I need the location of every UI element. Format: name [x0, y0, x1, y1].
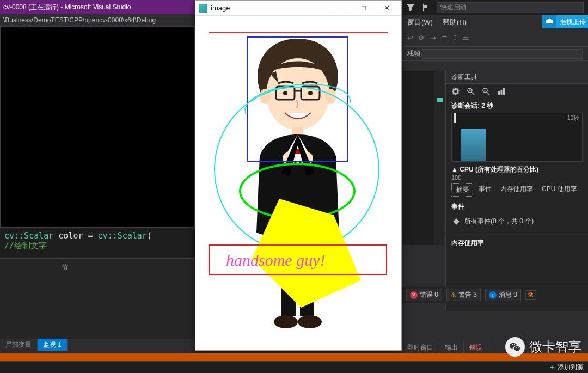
svg-line-5 [487, 92, 489, 95]
filter-icon[interactable] [406, 3, 415, 12]
close-button[interactable]: ✕ [375, 1, 398, 16]
svg-rect-7 [498, 91, 500, 95]
code-token: cv::Scalar [98, 231, 147, 241]
minimize-button[interactable]: — [329, 1, 352, 16]
orange-status-strip [0, 353, 588, 361]
add-to-source[interactable]: 添加到源 [558, 363, 584, 372]
toolbar-icon[interactable]: ≣ [442, 34, 448, 42]
flag-icon[interactable] [421, 3, 430, 12]
error-summary-bar: ✕错误 0 ⚠警告 3 i消息 0 🛠 [402, 286, 588, 303]
warnings-chip[interactable]: ⚠警告 3 [446, 289, 481, 301]
toolbar-icon[interactable]: ⤴ [453, 34, 457, 42]
toolbar-icon[interactable]: ⇢ [430, 34, 436, 42]
memory-header: 内存使用率 [446, 233, 588, 250]
overlay-text: handsome guy! [226, 251, 325, 270]
tab-watch1[interactable]: 监视 1 [38, 339, 68, 351]
watermark-text: 微卡智享 [529, 338, 581, 356]
messages-count: 消息 0 [499, 290, 517, 299]
watch-col-value: 值 [62, 263, 116, 272]
timeline-marker [454, 113, 456, 123]
diagnostics-toolbar [446, 84, 588, 99]
error-icon: ✕ [410, 291, 418, 299]
info-icon: i [489, 291, 497, 299]
timeline-10s-label: 10秒 [567, 114, 579, 122]
tab-output[interactable]: 输出 [439, 341, 464, 353]
svg-line-1 [471, 92, 474, 95]
diamond-icon [452, 218, 460, 225]
opencv-image-window: image — □ ✕ [195, 0, 402, 351]
vs-status-bar: ＋ 添加到源 [0, 361, 588, 373]
warnings-count: 警告 3 [458, 290, 477, 299]
tab-locals[interactable]: 局部变量 [0, 339, 38, 351]
image-window-title: image [211, 4, 230, 12]
watch-panel: 值 局部变量 监视 1 [0, 258, 195, 351]
menu-help[interactable]: 帮助(H) [443, 17, 467, 27]
events-all-row[interactable]: 所有事件(0 个，共 0 个) [446, 215, 588, 228]
stack-frame-combo[interactable] [422, 49, 583, 59]
diag-tab-summary[interactable]: 摘要 [451, 183, 474, 197]
top-toolbar: 快速启动 [402, 0, 588, 15]
code-editor-viewport[interactable] [0, 26, 195, 228]
diagnostics-tabs: 摘要 事件 内存使用率 CPU 使用率 [451, 183, 583, 197]
toolbar-icon[interactable]: ▭ [462, 34, 469, 42]
zoom-in-icon[interactable] [467, 87, 475, 96]
tab-immediate[interactable]: 即时窗口 [402, 341, 439, 353]
diagnostics-session: 诊断会话: 2 秒 [446, 99, 588, 113]
diagnostics-panel: 诊断工具 诊断会话: 2 秒 10秒 ▲ CPU (所有处理器的百分比) 100… [445, 71, 588, 311]
gear-icon[interactable] [451, 87, 460, 96]
chart-icon[interactable] [497, 87, 506, 96]
build-filter-button[interactable]: 🛠 [525, 290, 536, 300]
tab-errorlist[interactable]: 错误 [464, 341, 488, 353]
messages-chip[interactable]: i消息 0 [485, 289, 521, 301]
vs-title-text: cv-0008 (正在运行) - Microsoft Visual Studio [3, 3, 131, 12]
diag-tab-memory[interactable]: 内存使用率 [496, 183, 537, 197]
wechat-icon [505, 337, 525, 357]
quick-launch-placeholder: 快速启动 [440, 3, 467, 12]
svg-rect-9 [503, 88, 505, 95]
cloud-icon [542, 15, 556, 28]
timeline-area [461, 129, 486, 161]
code-token: color = [58, 231, 97, 241]
hammer-icon: 🛠 [528, 291, 534, 299]
maximize-button[interactable]: □ [352, 1, 375, 16]
watch-tabs: 局部变量 监视 1 [0, 339, 195, 351]
code-comment: //绘制文字 [4, 241, 47, 250]
stack-frame-row: 栈帧: [402, 47, 588, 61]
cpu-title-text: CPU (所有处理器的百分比) [460, 166, 538, 173]
app-icon [199, 4, 207, 13]
code-token: cv::Scalar [4, 231, 53, 241]
diagnostics-title: 诊断工具 [446, 71, 588, 84]
diagnostics-timeline[interactable]: 10秒 [451, 113, 583, 162]
warning-icon: ⚠ [450, 291, 456, 299]
cpu-axis-max: 100 [446, 174, 588, 181]
code-token: ( [147, 231, 152, 241]
watch-columns: 值 [0, 259, 195, 277]
diag-tab-cpu[interactable]: CPU 使用率 [537, 183, 581, 197]
image-window-titlebar[interactable]: image — □ ✕ [195, 1, 401, 16]
vs-path-text: \Business\DemoTEST\CPP\opencv-0008\x64\D… [3, 16, 156, 24]
quick-launch[interactable]: 快速启动 [437, 2, 584, 13]
watermark: 微卡智享 [505, 337, 581, 357]
stack-frame-label: 栈帧: [407, 49, 422, 58]
upload-button[interactable]: 拖拽上传 [542, 15, 588, 28]
debug-toolbar: ↩ ⟳ ⇢ ≣ ⤴ ▭ [402, 29, 588, 47]
scroll-ruler-area [402, 71, 444, 245]
toolbar-icon[interactable]: ⟳ [419, 34, 425, 42]
menu-window[interactable]: 窗口(W) [407, 17, 433, 27]
overlay-red-line [209, 32, 388, 33]
svg-point-25 [274, 315, 298, 328]
code-editor-line[interactable]: cv::Scalar color = cv::Scalar( //绘制文字 [0, 228, 195, 258]
svg-rect-10 [453, 218, 459, 224]
cpu-title: ▲ CPU (所有处理器的百分比) [446, 165, 588, 174]
events-header: 事件 [446, 199, 588, 215]
plus-icon: ＋ [549, 363, 555, 372]
upload-label: 拖拽上传 [560, 17, 586, 27]
toolbar-icon[interactable]: ↩ [407, 34, 413, 42]
errors-chip[interactable]: ✕错误 0 [406, 289, 442, 301]
scrollbar-ruler[interactable] [434, 71, 444, 245]
diag-tab-events[interactable]: 事件 [474, 183, 496, 197]
zoom-out-icon[interactable] [482, 87, 491, 96]
image-canvas: handsome guy! [195, 16, 401, 350]
events-all-text: 所有事件(0 个，共 0 个) [464, 217, 534, 226]
svg-point-26 [298, 315, 322, 328]
